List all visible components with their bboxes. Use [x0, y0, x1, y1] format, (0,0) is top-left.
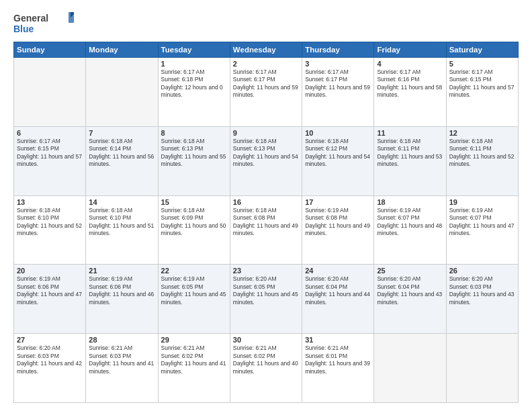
day-info: Sunrise: 6:18 AMSunset: 6:11 PMDaylight:…	[449, 138, 515, 169]
day-number: 20	[17, 267, 83, 275]
day-number: 2	[233, 60, 299, 68]
calendar-cell: 23Sunrise: 6:20 AMSunset: 6:05 PMDayligh…	[230, 265, 302, 334]
day-info: Sunrise: 6:19 AMSunset: 6:06 PMDaylight:…	[89, 275, 154, 306]
weekday-header: Wednesday	[230, 42, 302, 58]
weekday-header: Tuesday	[158, 42, 230, 58]
day-info: Sunrise: 6:19 AMSunset: 6:05 PMDaylight:…	[161, 275, 227, 306]
day-info: Sunrise: 6:20 AMSunset: 6:04 PMDaylight:…	[305, 275, 371, 306]
day-info: Sunrise: 6:17 AMSunset: 6:18 PMDaylight:…	[161, 68, 227, 99]
day-number: 16	[233, 198, 299, 206]
day-number: 25	[377, 267, 443, 275]
weekday-header: Thursday	[302, 42, 374, 58]
calendar-cell: 3Sunrise: 6:17 AMSunset: 6:17 PMDaylight…	[302, 58, 374, 127]
day-number: 19	[449, 198, 515, 206]
calendar-cell: 4Sunrise: 6:17 AMSunset: 6:16 PMDaylight…	[374, 58, 446, 127]
calendar-cell: 11Sunrise: 6:18 AMSunset: 6:11 PMDayligh…	[374, 126, 446, 195]
day-info: Sunrise: 6:20 AMSunset: 6:04 PMDaylight:…	[377, 275, 443, 306]
day-number: 1	[161, 60, 227, 68]
day-number: 7	[89, 129, 154, 137]
calendar-cell: 30Sunrise: 6:21 AMSunset: 6:02 PMDayligh…	[230, 334, 302, 403]
day-number: 12	[449, 129, 515, 137]
calendar-cell: 24Sunrise: 6:20 AMSunset: 6:04 PMDayligh…	[302, 265, 374, 334]
day-info: Sunrise: 6:17 AMSunset: 6:15 PMDaylight:…	[17, 138, 83, 169]
day-info: Sunrise: 6:18 AMSunset: 6:14 PMDaylight:…	[89, 138, 154, 169]
logo-svg: General Blue	[13, 11, 74, 36]
calendar-cell: 16Sunrise: 6:18 AMSunset: 6:08 PMDayligh…	[230, 195, 302, 265]
day-number: 14	[89, 198, 154, 206]
calendar-cell: 19Sunrise: 6:19 AMSunset: 6:07 PMDayligh…	[446, 195, 518, 265]
weekday-header: Saturday	[446, 42, 518, 58]
calendar-cell: 29Sunrise: 6:21 AMSunset: 6:02 PMDayligh…	[158, 334, 230, 403]
day-info: Sunrise: 6:18 AMSunset: 6:13 PMDaylight:…	[233, 138, 299, 169]
calendar-cell: 9Sunrise: 6:18 AMSunset: 6:13 PMDaylight…	[230, 126, 302, 195]
day-info: Sunrise: 6:20 AMSunset: 6:05 PMDaylight:…	[233, 275, 299, 306]
day-number: 5	[449, 60, 515, 68]
svg-text:Blue: Blue	[13, 24, 34, 34]
day-number: 27	[17, 336, 83, 344]
calendar-cell: 21Sunrise: 6:19 AMSunset: 6:06 PMDayligh…	[86, 265, 158, 334]
calendar-cell: 1Sunrise: 6:17 AMSunset: 6:18 PMDaylight…	[158, 58, 230, 127]
calendar-cell: 26Sunrise: 6:20 AMSunset: 6:03 PMDayligh…	[446, 265, 518, 334]
calendar-cell: 6Sunrise: 6:17 AMSunset: 6:15 PMDaylight…	[14, 126, 86, 195]
weekday-header: Sunday	[14, 42, 86, 58]
day-number: 28	[89, 336, 154, 344]
day-number: 18	[377, 198, 443, 206]
day-info: Sunrise: 6:21 AMSunset: 6:02 PMDaylight:…	[161, 345, 227, 375]
calendar-cell	[446, 334, 518, 403]
calendar-cell: 5Sunrise: 6:17 AMSunset: 6:15 PMDaylight…	[446, 58, 518, 127]
day-number: 10	[305, 129, 371, 137]
calendar-cell: 14Sunrise: 6:18 AMSunset: 6:10 PMDayligh…	[86, 195, 158, 265]
day-info: Sunrise: 6:21 AMSunset: 6:01 PMDaylight:…	[305, 345, 371, 375]
calendar-cell: 17Sunrise: 6:19 AMSunset: 6:08 PMDayligh…	[302, 195, 374, 265]
calendar-cell: 25Sunrise: 6:20 AMSunset: 6:04 PMDayligh…	[374, 265, 446, 334]
page: General Blue SundayMondayTuesdayWednesda…	[0, 0, 532, 411]
day-info: Sunrise: 6:19 AMSunset: 6:07 PMDaylight:…	[377, 207, 443, 238]
day-number: 13	[17, 198, 83, 206]
weekday-header: Friday	[374, 42, 446, 58]
day-number: 30	[233, 336, 299, 344]
svg-text:General: General	[13, 13, 48, 24]
day-number: 9	[233, 129, 299, 137]
day-info: Sunrise: 6:18 AMSunset: 6:11 PMDaylight:…	[377, 138, 443, 169]
calendar-cell: 27Sunrise: 6:20 AMSunset: 6:03 PMDayligh…	[14, 334, 86, 403]
day-number: 31	[305, 336, 371, 344]
calendar-cell: 15Sunrise: 6:18 AMSunset: 6:09 PMDayligh…	[158, 195, 230, 265]
day-info: Sunrise: 6:18 AMSunset: 6:10 PMDaylight:…	[89, 207, 154, 238]
calendar-cell: 13Sunrise: 6:18 AMSunset: 6:10 PMDayligh…	[14, 195, 86, 265]
day-info: Sunrise: 6:19 AMSunset: 6:06 PMDaylight:…	[17, 275, 83, 306]
day-info: Sunrise: 6:20 AMSunset: 6:03 PMDaylight:…	[17, 345, 83, 375]
day-number: 3	[305, 60, 371, 68]
calendar-cell	[86, 58, 158, 127]
day-info: Sunrise: 6:18 AMSunset: 6:09 PMDaylight:…	[161, 207, 227, 238]
day-number: 11	[377, 129, 443, 137]
day-info: Sunrise: 6:21 AMSunset: 6:02 PMDaylight:…	[233, 345, 299, 375]
calendar-cell	[374, 334, 446, 403]
calendar-cell: 28Sunrise: 6:21 AMSunset: 6:03 PMDayligh…	[86, 334, 158, 403]
calendar-cell: 20Sunrise: 6:19 AMSunset: 6:06 PMDayligh…	[14, 265, 86, 334]
day-number: 29	[161, 336, 227, 344]
calendar-cell: 22Sunrise: 6:19 AMSunset: 6:05 PMDayligh…	[158, 265, 230, 334]
calendar-cell: 10Sunrise: 6:18 AMSunset: 6:12 PMDayligh…	[302, 126, 374, 195]
day-number: 15	[161, 198, 227, 206]
day-info: Sunrise: 6:19 AMSunset: 6:08 PMDaylight:…	[305, 207, 371, 238]
day-number: 23	[233, 267, 299, 275]
day-number: 26	[449, 267, 515, 275]
day-number: 8	[161, 129, 227, 137]
day-info: Sunrise: 6:20 AMSunset: 6:03 PMDaylight:…	[449, 275, 515, 306]
day-number: 21	[89, 267, 154, 275]
calendar-cell	[14, 58, 86, 127]
day-info: Sunrise: 6:18 AMSunset: 6:10 PMDaylight:…	[17, 207, 83, 238]
day-info: Sunrise: 6:17 AMSunset: 6:17 PMDaylight:…	[305, 68, 371, 99]
day-number: 17	[305, 198, 371, 206]
calendar-cell: 18Sunrise: 6:19 AMSunset: 6:07 PMDayligh…	[374, 195, 446, 265]
day-number: 6	[17, 129, 83, 137]
calendar-cell: 8Sunrise: 6:18 AMSunset: 6:13 PMDaylight…	[158, 126, 230, 195]
day-info: Sunrise: 6:18 AMSunset: 6:12 PMDaylight:…	[305, 138, 371, 169]
logo: General Blue	[13, 11, 74, 36]
header: General Blue	[13, 11, 519, 36]
day-info: Sunrise: 6:17 AMSunset: 6:16 PMDaylight:…	[377, 68, 443, 99]
calendar-cell: 12Sunrise: 6:18 AMSunset: 6:11 PMDayligh…	[446, 126, 518, 195]
day-info: Sunrise: 6:18 AMSunset: 6:13 PMDaylight:…	[161, 138, 227, 169]
day-info: Sunrise: 6:21 AMSunset: 6:03 PMDaylight:…	[89, 345, 154, 375]
weekday-header: Monday	[86, 42, 158, 58]
